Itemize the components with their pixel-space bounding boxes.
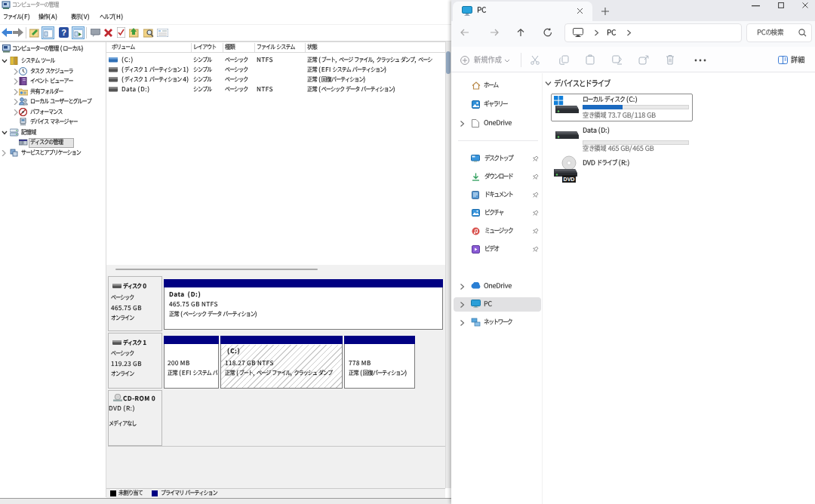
svg-text:?: ?: [61, 28, 66, 37]
svg-text:DVD: DVD: [564, 177, 575, 182]
